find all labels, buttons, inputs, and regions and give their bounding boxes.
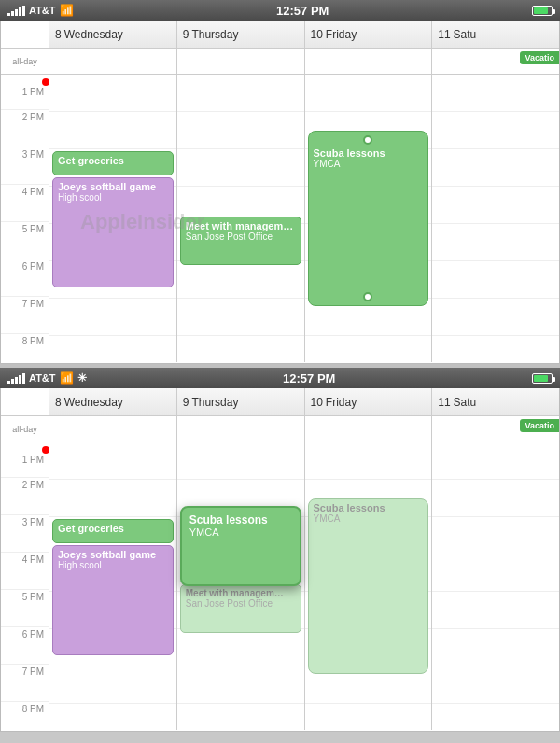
event-title-scuba-1: Scuba lessons	[314, 147, 424, 159]
time-slot-7pm-2: 7 PM	[1, 665, 49, 702]
red-dot-2	[42, 446, 49, 454]
event-title-scuba-faded-2: Scuba lessons	[314, 502, 424, 513]
event-subtitle-scuba-popup-2: YMCA	[189, 526, 292, 538]
status-bar-1: AT&T 📶 12:57 PM	[0, 0, 560, 21]
status-left-2: AT&T 📶 ✳	[7, 372, 87, 385]
event-subtitle-softball-2: High scool	[58, 560, 168, 570]
drag-dot-bottom-1[interactable]	[363, 292, 372, 301]
event-scuba-1[interactable]: Scuba lessons YMCA	[308, 131, 429, 306]
all-day-label-1: all-day	[12, 57, 37, 66]
event-subtitle-meeting-faded-2: San Jose Post Office	[186, 598, 296, 609]
all-day-cell-wed-1	[49, 49, 177, 74]
day-name-fri-1: Friday	[326, 28, 357, 41]
all-day-cell-fri-2	[305, 416, 433, 442]
time-slot-7pm-1: 7 PM	[1, 297, 49, 334]
wifi-icon-2: 📶	[60, 372, 74, 385]
day-num-fri-1: 10	[311, 28, 323, 41]
day-name-thu-2: Thursday	[191, 396, 238, 409]
all-day-row-2: all-day Vacatio	[1, 416, 559, 442]
day-col-header-fri-1[interactable]: 10 Friday	[305, 21, 433, 48]
red-dot-1	[42, 78, 49, 86]
time-slot-5pm-1: 5 PM	[1, 222, 49, 259]
day-col-header-wed-1[interactable]: 8 Wednesday	[49, 21, 177, 48]
event-subtitle-scuba-1: YMCA	[314, 159, 424, 169]
day-col-header-thu-1[interactable]: 9 Thursday	[177, 21, 305, 48]
event-subtitle-meeting-1: San Jose Post Office	[186, 231, 296, 242]
all-day-cell-thu-2	[177, 416, 305, 442]
day-num-wed-2: 8	[55, 396, 62, 409]
time-slot-3pm-1: 3 PM	[1, 147, 49, 185]
time-col-2: 1 PM 2 PM 3 PM 4 PM 5 PM 6 PM 7 PM 8 PM	[1, 442, 49, 730]
calendar-panel-1: 8 Wednesday 9 Thursday 10 Friday 11 Satu…	[0, 21, 560, 364]
day-col-fri-1: Scuba lessons YMCA	[305, 75, 433, 362]
day-name-sat-1: Satu	[454, 28, 477, 41]
event-softball-1[interactable]: Joeys softball game High scool	[52, 177, 174, 287]
day-name-fri-2: Friday	[326, 396, 357, 409]
status-left-1: AT&T 📶	[7, 4, 74, 17]
time-slot-5pm-2: 5 PM	[1, 590, 49, 627]
all-day-gutter-2: all-day	[1, 416, 49, 442]
time-slot-2pm-1: 2 PM	[1, 110, 49, 147]
day-num-sat-1: 11	[438, 28, 450, 41]
day-col-thu-2: Meet with managem… San Jose Post Office …	[177, 442, 305, 730]
status-bar-2: AT&T 📶 ✳ 12:57 PM	[0, 368, 560, 388]
day-col-header-fri-2[interactable]: 10 Friday	[305, 388, 433, 415]
event-get-groceries-2[interactable]: Get groceries	[52, 519, 174, 543]
battery-icon-1	[532, 6, 553, 16]
calendar-panel-2: 8 Wednesday 9 Thursday 10 Friday 11 Satu…	[0, 388, 560, 732]
time-slot-6pm-2: 6 PM	[1, 627, 49, 665]
time-slot-3pm-2: 3 PM	[1, 515, 49, 553]
day-col-fri-2: Scuba lessons YMCA	[305, 442, 433, 730]
time-gutter-header-1	[1, 21, 49, 48]
event-title-groceries-2: Get groceries	[58, 523, 168, 534]
event-title-softball-2: Joeys softball game	[58, 549, 168, 560]
wifi-icon-1: 📶	[60, 4, 74, 17]
time-slot-2pm-2: 2 PM	[1, 478, 49, 515]
carrier-label-1: AT&T	[29, 5, 56, 16]
all-day-cell-wed-2	[49, 416, 177, 442]
signal-bars-2	[7, 373, 25, 384]
day-name-wed-2: Wednesday	[64, 396, 123, 409]
time-grid-2: 1 PM 2 PM 3 PM 4 PM 5 PM 6 PM 7 PM 8 PM …	[1, 442, 559, 730]
day-col-wed-2: Get groceries Joeys softball game High s…	[49, 442, 177, 730]
carrier-label-2: AT&T	[29, 372, 56, 384]
time-slot-6pm-1: 6 PM	[1, 259, 49, 297]
status-right-2	[532, 373, 553, 384]
day-col-header-sat-1[interactable]: 11 Satu	[432, 21, 559, 48]
day-header-row-1: 8 Wednesday 9 Thursday 10 Friday 11 Satu	[1, 21, 559, 49]
event-meeting-faded-2[interactable]: Meet with managem… San Jose Post Office	[180, 584, 301, 633]
day-col-sat-1	[432, 75, 559, 362]
event-title-meeting-faded-2: Meet with managem…	[186, 588, 296, 598]
event-scuba-faded-2[interactable]: Scuba lessons YMCA	[308, 498, 429, 674]
time-display-2: 12:57 PM	[283, 372, 335, 386]
event-subtitle-softball-1: High scool	[58, 192, 168, 203]
sync-icon-2: ✳	[77, 372, 87, 385]
day-col-sat-2	[432, 442, 559, 730]
day-col-header-sat-2[interactable]: 11 Satu	[432, 388, 559, 415]
time-grid-1: 1 PM 2 PM 3 PM 4 PM 5 PM 6 PM 7 PM 8 PM …	[1, 75, 559, 362]
day-name-thu-1: Thursday	[191, 28, 238, 41]
time-display-1: 12:57 PM	[276, 4, 329, 18]
event-subtitle-scuba-faded-2: YMCA	[314, 513, 424, 524]
event-scuba-popup-2[interactable]: Scuba lessons YMCA	[180, 506, 301, 586]
event-softball-2[interactable]: Joeys softball game High scool	[52, 545, 174, 655]
day-num-sat-2: 11	[438, 396, 450, 409]
event-title-softball-1: Joeys softball game	[58, 181, 168, 192]
event-title-scuba-popup-2: Scuba lessons	[189, 513, 292, 526]
day-num-thu-1: 9	[183, 28, 189, 41]
day-name-wed-1: Wednesday	[64, 28, 123, 41]
event-title-meeting-1: Meet with managem…	[186, 220, 296, 231]
time-col-1: 1 PM 2 PM 3 PM 4 PM 5 PM 6 PM 7 PM 8 PM	[1, 75, 49, 362]
vacation-badge-1: Vacatio	[520, 51, 559, 64]
day-col-header-wed-2[interactable]: 8 Wednesday	[49, 388, 177, 415]
day-name-sat-2: Satu	[454, 396, 477, 409]
event-meeting-1[interactable]: Meet with managem… San Jose Post Office	[180, 217, 301, 265]
time-slot-4pm-1: 4 PM	[1, 185, 49, 222]
event-get-groceries-1[interactable]: Get groceries	[52, 151, 174, 175]
status-right-1	[532, 6, 553, 16]
drag-dot-top-1[interactable]	[363, 135, 372, 145]
time-gutter-header-2	[1, 388, 49, 415]
day-header-row-2: 8 Wednesday 9 Thursday 10 Friday 11 Satu	[1, 388, 559, 416]
day-col-header-thu-2[interactable]: 9 Thursday	[177, 388, 305, 415]
day-num-thu-2: 9	[183, 396, 189, 409]
